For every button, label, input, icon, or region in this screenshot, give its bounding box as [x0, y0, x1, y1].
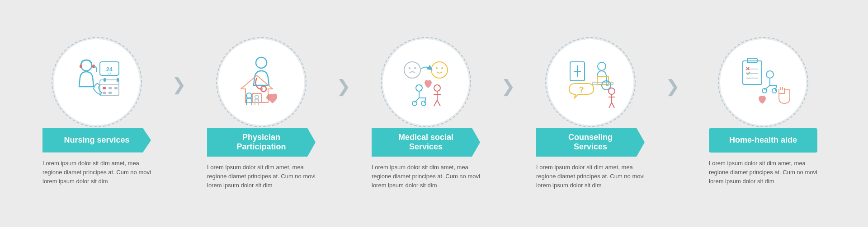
svg-text:24: 24: [106, 66, 113, 73]
svg-point-51: [766, 71, 774, 78]
svg-point-26: [436, 67, 438, 69]
circle-physician: [216, 37, 307, 132]
svg-point-27: [441, 67, 443, 69]
arrow-3: ❯: [501, 76, 515, 96]
desc-medical: Lorem ipsum dolor sit dim amet, mea regi…: [372, 163, 480, 190]
svg-point-25: [431, 62, 448, 78]
svg-point-35: [598, 62, 606, 70]
medical-icon: [396, 53, 455, 111]
svg-rect-10: [104, 78, 106, 82]
svg-rect-15: [103, 92, 106, 94]
item-medical: Medical socialServices Lorem ipsum dolor…: [352, 37, 500, 190]
icon-bg-counseling: ?: [547, 39, 633, 125]
label-banner-counseling: CounselingServices: [536, 128, 645, 157]
icon-area-counseling: ?: [547, 39, 633, 125]
nursing-icon: 24 /7: [67, 53, 126, 111]
svg-text:?: ?: [579, 85, 584, 94]
label-banner-homehealth: Home-health aide: [709, 128, 817, 153]
svg-point-17: [256, 57, 267, 68]
circle-counseling: ?: [545, 37, 636, 132]
label-text-physician: PhysicianParticipation: [236, 133, 286, 152]
svg-point-23: [409, 67, 410, 69]
circle-nursing: 24 /7: [52, 37, 142, 132]
label-text-homehealth: Home-health aide: [729, 135, 797, 145]
label-text-medical: Medical socialServices: [398, 133, 453, 152]
item-physician: PhysicianParticipation Lorem ipsum dolor…: [187, 37, 335, 190]
item-wrapper-counseling: ? CounselingServices Lorem: [516, 37, 681, 190]
counseling-icon: ?: [561, 53, 620, 111]
desc-counseling: Lorem ipsum dolor sit dim amet, mea regi…: [536, 163, 645, 190]
svg-point-31: [434, 85, 440, 91]
icon-bg-medical: [383, 39, 469, 125]
item-counseling: ? CounselingServices Lorem: [516, 37, 665, 190]
svg-point-28: [416, 85, 422, 91]
label-text-counseling: CounselingServices: [568, 133, 613, 152]
infographic: 24 /7: [23, 28, 845, 199]
icon-area-physician: [218, 39, 304, 125]
arrow-4: ❯: [665, 76, 680, 96]
circle-medical: [381, 37, 471, 132]
icon-bg-physician: [218, 39, 304, 125]
svg-rect-1: [80, 65, 82, 68]
desc-physician: Lorem ipsum dolor sit dim amet, mea regi…: [207, 163, 316, 190]
item-wrapper-nursing: 24 /7: [23, 37, 187, 186]
svg-point-42: [609, 88, 615, 94]
homehealth-icon: [734, 53, 793, 111]
svg-text:/7: /7: [108, 72, 112, 77]
svg-rect-13: [108, 87, 112, 89]
svg-point-29: [412, 101, 417, 106]
item-wrapper-physician: PhysicianParticipation Lorem ipsum dolor…: [187, 37, 352, 190]
item-nursing: 24 /7: [23, 37, 171, 186]
svg-point-22: [404, 62, 420, 78]
svg-point-21: [255, 95, 259, 99]
item-wrapper-medical: Medical socialServices Lorem ipsum dolor…: [352, 37, 516, 190]
svg-rect-14: [114, 87, 118, 89]
label-text-nursing: Nursing services: [64, 135, 129, 145]
icon-bg-homehealth: [720, 39, 806, 125]
item-wrapper-homehealth: Home-health aide Lorem ipsum dolor sit d…: [681, 37, 845, 186]
arrow-2: ❯: [336, 76, 351, 96]
svg-point-24: [414, 67, 416, 69]
physician-icon: [232, 53, 291, 111]
arrow-1: ❯: [172, 74, 186, 94]
desc-homehealth: Lorem ipsum dolor sit dim amet, mea regi…: [709, 159, 817, 186]
svg-rect-37: [597, 76, 609, 84]
svg-rect-11: [117, 78, 119, 82]
desc-nursing: Lorem ipsum dolor sit dim amet, mea regi…: [42, 159, 151, 186]
icon-area-homehealth: [720, 39, 806, 125]
svg-rect-16: [108, 92, 112, 94]
label-banner-physician: PhysicianParticipation: [207, 128, 316, 157]
icon-area-medical: [383, 39, 469, 125]
item-homehealth: Home-health aide Lorem ipsum dolor sit d…: [681, 37, 845, 186]
icon-bg-nursing: 24 /7: [54, 39, 140, 125]
svg-point-52: [762, 88, 767, 93]
label-banner-medical: Medical socialServices: [372, 128, 480, 157]
circle-homehealth: [718, 37, 808, 132]
svg-rect-12: [103, 87, 106, 89]
svg-rect-43: [743, 61, 762, 84]
icon-area-nursing: 24 /7: [54, 39, 140, 125]
label-banner-nursing: Nursing services: [42, 128, 151, 153]
